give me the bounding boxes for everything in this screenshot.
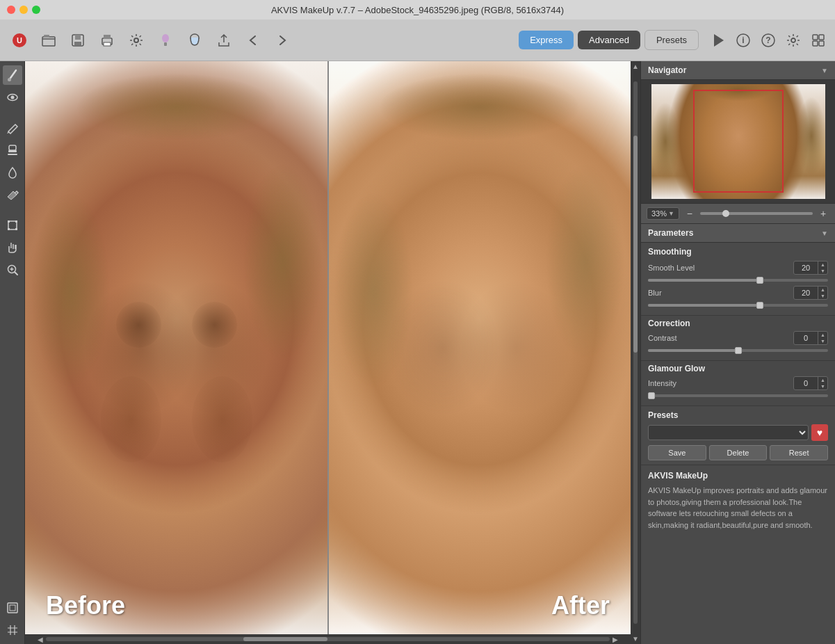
intensity-up[interactable]: ▲ xyxy=(818,377,827,383)
canvas-viewport[interactable]: Before After xyxy=(25,61,631,634)
intensity-stepper[interactable]: ▲ ▼ xyxy=(818,377,827,389)
delete-preset-button[interactable]: Delete xyxy=(709,445,768,460)
smooth-level-slider-row xyxy=(648,279,828,282)
intensity-down[interactable]: ▼ xyxy=(818,383,827,389)
correction-title: Correction xyxy=(648,319,828,328)
zoom-value-text: 33% xyxy=(651,209,667,218)
smooth-level-label: Smooth Level xyxy=(648,264,793,272)
after-label: After xyxy=(551,591,610,620)
blur-fill xyxy=(648,304,760,307)
run-icon[interactable] xyxy=(708,31,728,50)
print-icon[interactable] xyxy=(95,28,120,53)
drop-tool[interactable] xyxy=(3,163,22,182)
save-file-icon[interactable] xyxy=(65,28,90,53)
blur-thumb[interactable] xyxy=(756,302,763,309)
minimize-button[interactable] xyxy=(19,6,28,14)
blur-stepper[interactable]: ▲ ▼ xyxy=(818,287,827,299)
hscroll-thumb[interactable] xyxy=(243,637,328,641)
params-chevron-icon[interactable]: ▼ xyxy=(821,230,828,237)
correction-group: Correction Contrast 0 ▲ ▼ xyxy=(641,316,835,361)
smooth-level-thumb[interactable] xyxy=(756,277,763,284)
back-arrow-icon[interactable] xyxy=(241,28,266,53)
zoom-display[interactable]: 33% ▼ xyxy=(647,207,679,220)
smooth-level-up[interactable]: ▲ xyxy=(818,261,827,268)
blur-down[interactable]: ▼ xyxy=(818,293,827,299)
smooth-level-down[interactable]: ▼ xyxy=(818,268,827,274)
svg-point-19 xyxy=(791,38,795,42)
blur-input[interactable]: 20 ▲ ▼ xyxy=(793,286,828,300)
eye-tool[interactable] xyxy=(3,88,22,107)
navigator-preview xyxy=(641,80,835,203)
contrast-slider-row xyxy=(648,349,828,352)
smooth-level-input[interactable]: 20 ▲ ▼ xyxy=(793,261,828,275)
nav-viewport-box[interactable] xyxy=(693,90,784,193)
export-icon[interactable] xyxy=(211,28,236,53)
glamour-glow-group: Glamour Glow Intensity 0 ▲ ▼ xyxy=(641,361,835,406)
forward-arrow-icon[interactable] xyxy=(270,28,295,53)
blur-slider[interactable] xyxy=(648,304,828,307)
image-container: Before After xyxy=(25,61,631,634)
svg-text:?: ? xyxy=(765,35,770,45)
intensity-thumb[interactable] xyxy=(648,392,655,399)
intensity-input[interactable]: 0 ▲ ▼ xyxy=(793,376,828,390)
hand-tool[interactable] xyxy=(3,238,22,257)
contrast-stepper[interactable]: ▲ ▼ xyxy=(818,332,827,344)
smooth-level-fill xyxy=(648,279,760,282)
close-button[interactable] xyxy=(7,6,15,14)
advanced-button[interactable]: Advanced xyxy=(578,31,640,49)
blur-up[interactable]: ▲ xyxy=(818,287,827,293)
vscroll-down-arrow[interactable]: ▼ xyxy=(632,634,639,644)
svg-rect-12 xyxy=(164,42,167,46)
zoom-minus-button[interactable]: − xyxy=(683,207,696,220)
presets-favorite-button[interactable]: ♥ xyxy=(811,424,828,441)
window-layout-icon[interactable] xyxy=(809,31,828,50)
gear-icon[interactable] xyxy=(124,28,149,53)
intensity-slider[interactable] xyxy=(648,394,828,397)
contrast-up[interactable]: ▲ xyxy=(818,332,827,338)
smooth-level-slider[interactable] xyxy=(648,279,828,282)
pen-tool[interactable] xyxy=(3,118,22,138)
help-icon[interactable]: ? xyxy=(759,31,778,50)
hscroll-right-arrow[interactable]: ▶ xyxy=(610,636,621,643)
transform-tool[interactable] xyxy=(3,216,22,235)
contrast-down[interactable]: ▼ xyxy=(818,338,827,344)
svg-rect-27 xyxy=(9,145,16,150)
zoom-tool[interactable] xyxy=(3,260,22,280)
smooth-level-stepper[interactable]: ▲ ▼ xyxy=(818,261,827,274)
hscroll-left-arrow[interactable]: ◀ xyxy=(35,636,46,643)
info-icon[interactable]: i xyxy=(733,31,753,50)
preferences-icon[interactable] xyxy=(784,31,803,50)
reset-preset-button[interactable]: Reset xyxy=(770,445,828,460)
vscroll-track[interactable] xyxy=(633,81,638,624)
color-picker-tool[interactable] xyxy=(3,185,22,204)
svg-rect-2 xyxy=(42,37,55,46)
vscroll-up-arrow[interactable]: ▲ xyxy=(632,61,639,72)
parameters-section: Parameters ▼ Smoothing Smooth Level 20 ▲… xyxy=(641,223,835,406)
contrast-slider[interactable] xyxy=(648,349,828,352)
contrast-input[interactable]: 0 ▲ ▼ xyxy=(793,331,828,345)
makeup-brush-icon[interactable] xyxy=(153,28,178,53)
open-file-icon[interactable] xyxy=(36,28,61,53)
layers-tool[interactable] xyxy=(3,598,22,618)
navigator-chevron-icon[interactable]: ▼ xyxy=(821,67,828,74)
contrast-thumb[interactable] xyxy=(735,347,742,354)
right-panel: Navigator ▼ 33% ▼ − xyxy=(640,61,835,644)
svg-rect-33 xyxy=(8,228,10,230)
akvis-logo-icon[interactable]: U xyxy=(7,28,32,53)
zoom-slider-thumb[interactable] xyxy=(722,210,729,217)
presets-select[interactable] xyxy=(648,425,809,440)
maximize-button[interactable] xyxy=(32,6,40,14)
zoom-dropdown-icon[interactable]: ▼ xyxy=(668,210,674,217)
stamp-tool[interactable] xyxy=(3,140,22,160)
zoom-slider[interactable] xyxy=(700,212,813,215)
brush-tool[interactable] xyxy=(3,65,22,85)
zoom-plus-button[interactable]: + xyxy=(817,207,829,220)
grid-tool[interactable] xyxy=(3,620,22,640)
paint-bucket-icon[interactable] xyxy=(182,28,207,53)
presets-button[interactable]: Presets xyxy=(645,30,699,50)
express-button[interactable]: Express xyxy=(519,31,574,49)
vscroll-thumb[interactable] xyxy=(633,136,638,353)
save-preset-button[interactable]: Save xyxy=(648,445,706,460)
hscroll-track[interactable] xyxy=(46,637,610,641)
split-line[interactable] xyxy=(327,61,329,634)
